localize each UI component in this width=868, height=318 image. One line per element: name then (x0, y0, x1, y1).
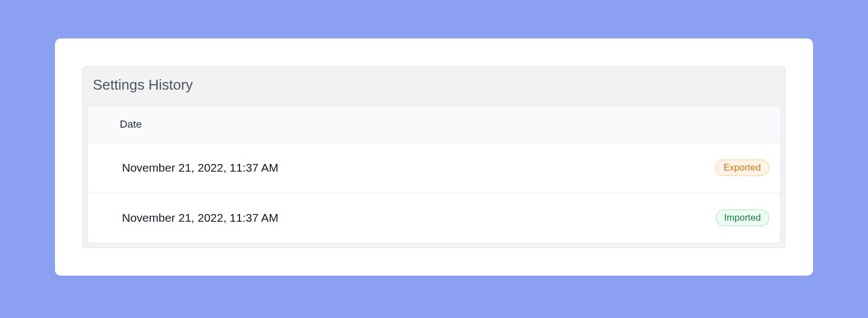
table-row[interactable]: November 21, 2022, 11:37 AM Imported (88, 193, 780, 243)
table-header-date: Date (88, 106, 780, 143)
status-badge-imported: Imported (716, 210, 769, 226)
row-date: November 21, 2022, 11:37 AM (122, 211, 279, 224)
history-table: Date November 21, 2022, 11:37 AM Exporte… (87, 106, 781, 243)
panel-title: Settings History (83, 67, 785, 106)
row-date: November 21, 2022, 11:37 AM (122, 161, 279, 174)
status-badge-exported: Exported (715, 160, 769, 176)
settings-history-panel: Settings History Date November 21, 2022,… (82, 66, 786, 248)
table-row[interactable]: November 21, 2022, 11:37 AM Exported (88, 143, 780, 193)
card-container: Settings History Date November 21, 2022,… (55, 39, 813, 276)
